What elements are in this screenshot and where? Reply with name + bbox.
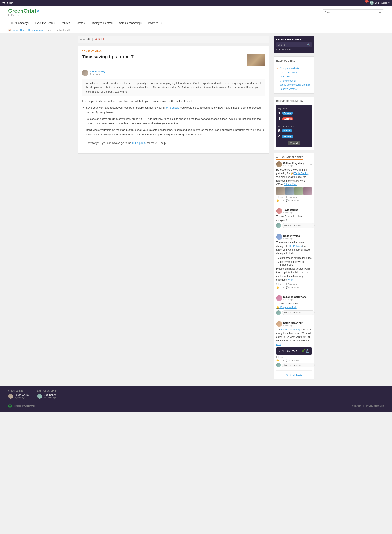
helpful-link-webmail[interactable]: → Check webmail <box>276 79 312 83</box>
comment-input-suzanne[interactable] <box>282 310 315 315</box>
survey-emoji: 🌿🔬 <box>301 349 309 353</box>
comment-input-tayla[interactable] <box>282 223 315 228</box>
view-all-button[interactable]: View All <box>288 141 300 145</box>
feed-actions-sarah: 👍 Like 💬 Comment <box>276 359 312 362</box>
breadcrumb-company-news-link[interactable]: Company News <box>28 29 44 31</box>
hr-tag-sarah[interactable]: #HR <box>276 343 281 346</box>
nav-policies[interactable]: Policies <box>58 19 73 27</box>
social-club-tag[interactable]: #SocialClub <box>284 183 297 186</box>
author-time: 7 days ago <box>90 73 105 76</box>
breadcrumb-current: Time saving tips from IT <box>47 29 70 31</box>
feed-post-1-user: Callum Kingsbury a year ago <box>276 161 304 167</box>
feed-more-suzanne[interactable]: ··· <box>309 296 312 300</box>
author-row: Lucas Warby 7 days ago <box>82 70 265 76</box>
publish-button[interactable]: Publish <box>2 2 13 4</box>
footer-logo-icon <box>8 404 12 408</box>
nav-our-company[interactable]: Our Company ▾ <box>8 19 32 27</box>
comment-button-rodger[interactable]: 💬 Comment <box>286 286 299 289</box>
footer-brand: Powered by GreenOrbit <box>8 404 35 408</box>
feed-avatar-rodger <box>276 234 282 240</box>
feed-more-tayla[interactable]: ··· <box>309 209 312 213</box>
footer-sep: | <box>364 405 364 407</box>
edit-icon: ✏ <box>80 38 82 41</box>
comment-button-callum[interactable]: 💬 Comment <box>286 199 299 202</box>
helpful-link-company-website[interactable]: → Company website <box>276 67 312 71</box>
like-button-rodger[interactable]: 👍 Like <box>276 286 284 289</box>
footer-creator-name: Lucas Warby <box>15 394 29 396</box>
like-icon-callum: 👍 <box>276 199 279 202</box>
footer-links: Copyright | Privacy Information <box>352 405 384 407</box>
helpful-link-weather[interactable]: → Today's weather <box>276 87 312 91</box>
link-label-5: World time meeting planner <box>280 83 310 86</box>
required-read-panel: REQUIRED READ/VIEW My Items 1 Pending 1 … <box>274 97 314 150</box>
breadcrumb-news-link[interactable]: News <box>20 29 26 31</box>
feed-user-tayla[interactable]: Tayla Darling <box>283 209 298 211</box>
profile-search[interactable]: 🔍 <box>276 42 312 47</box>
rodger-mention[interactable]: 🔔 Rodger Witlock <box>276 306 297 309</box>
comment-button-sarah[interactable]: 💬 Comment <box>286 359 299 362</box>
like-button-sarah[interactable]: 👍 Like <box>276 359 284 362</box>
comment-input-sarah[interactable] <box>282 363 315 367</box>
nav-i-want-to[interactable]: I want to... ▾ <box>145 19 165 27</box>
profile-search-input[interactable] <box>278 43 307 46</box>
feed-user-sarah[interactable]: Sarah Macarthur <box>283 322 303 324</box>
comment-avatar-suzanne <box>276 310 281 315</box>
privacy-link[interactable]: Privacy Information <box>366 405 384 407</box>
user-menu[interactable]: CR Chiti Randall ▾ <box>369 1 390 5</box>
search-button[interactable] <box>379 11 382 14</box>
article-header: Time saving tips from IT <box>82 54 265 67</box>
feed-stats-rodger: 3 Likes 1 Comment <box>276 283 312 285</box>
rodger-bullet-2-text: bereavement leave to include pets <box>280 260 312 266</box>
article-intro-quote: We all want to work smarter, not harder … <box>82 79 265 96</box>
notification-bell[interactable]: 10 <box>365 1 368 5</box>
nav-employee-central[interactable]: Employee Central ▾ <box>88 19 116 27</box>
helpful-link-xero[interactable]: → Xero accounting <box>276 71 312 75</box>
feed-more-rodger[interactable]: ··· <box>309 235 312 238</box>
breadcrumb-home-icon[interactable]: 🏠 <box>8 29 11 31</box>
edit-button[interactable]: ✏ ✏ Edit <box>80 38 90 41</box>
breadcrumb-home-link[interactable]: Home <box>12 29 18 31</box>
search-input[interactable] <box>325 11 379 14</box>
nav-sales-marketing-arrow: ▾ <box>141 22 142 24</box>
helpful-link-crm[interactable]: → Our CRM <box>276 75 312 79</box>
nav-forms-label: Forms <box>76 21 83 24</box>
hr-tag[interactable]: #HR <box>288 278 293 281</box>
feed-user-rodger[interactable]: Rodger Witlock <box>283 234 301 237</box>
feed-avatar-sarah <box>276 321 282 327</box>
hr-policies-link[interactable]: HR Policies <box>289 245 302 248</box>
it-helpdesk-link[interactable]: IT Helpdesk <box>132 142 146 144</box>
global-search[interactable] <box>322 10 384 15</box>
nav-our-company-arrow: ▾ <box>28 22 29 24</box>
feed-user-callum[interactable]: Callum Kingsbury <box>283 162 304 165</box>
site-logo[interactable]: GreenOrbit by Knosys <box>8 8 39 16</box>
article: COMPANY NEWS Time saving tips from IT Lu… <box>78 46 270 153</box>
staff-survey-link[interactable]: latest staff survey <box>281 328 300 331</box>
svg-point-1 <box>379 11 381 13</box>
feed-text-callum: Here are the photos from the gathering f… <box>276 168 312 186</box>
main-layout: ✏ ✏ Edit ⊗ Delete COMPANY NEWS Time savi… <box>74 33 318 386</box>
nav-forms[interactable]: Forms ▾ <box>73 19 88 27</box>
helpdesk-link-1[interactable]: #Helpdesk <box>166 106 179 109</box>
feed-post-suzanne: Suzanne Garthwaite a year ago ··· Thanks… <box>276 295 312 318</box>
tayla-mention[interactable]: Tayla Darling <box>294 172 308 175</box>
view-all-profiles-link[interactable]: View All Profiles <box>276 48 312 51</box>
top-bar-right: 10 CR Chiti Randall ▾ <box>365 1 390 5</box>
helpful-link-world-time[interactable]: → World time meeting planner <box>276 83 312 87</box>
author-name[interactable]: Lucas Warby <box>90 70 105 73</box>
nav-executive-team[interactable]: Executive Team ▾ <box>32 19 58 27</box>
go-all-posts-link[interactable]: Go to all Posts <box>286 374 302 377</box>
logo-text: GreenOrbit <box>8 8 39 14</box>
main-nav: Our Company ▾ Executive Team ▾ Policies … <box>0 19 392 27</box>
feed-user-suzanne[interactable]: Suzanne Garthwaite <box>283 296 307 299</box>
feed-more-callum[interactable]: ··· <box>309 162 312 166</box>
breadcrumb: 🏠 Home › News › Company News › Time savi… <box>0 27 392 33</box>
overdue-badge: Overdue <box>282 117 293 120</box>
nav-i-want-to-label: I want to... <box>148 21 160 24</box>
feed-more-sarah[interactable]: ··· <box>309 322 312 326</box>
delete-button[interactable]: ⊗ Delete <box>95 38 105 41</box>
article-thumbnail <box>247 54 265 67</box>
feed-time-sarah: a year ago <box>283 324 303 327</box>
feed-post-1-header: Callum Kingsbury a year ago ··· <box>276 161 312 167</box>
nav-sales-marketing[interactable]: Sales & Marketing ▾ <box>116 19 145 27</box>
like-button-callum[interactable]: 👍 Like <box>276 199 284 202</box>
